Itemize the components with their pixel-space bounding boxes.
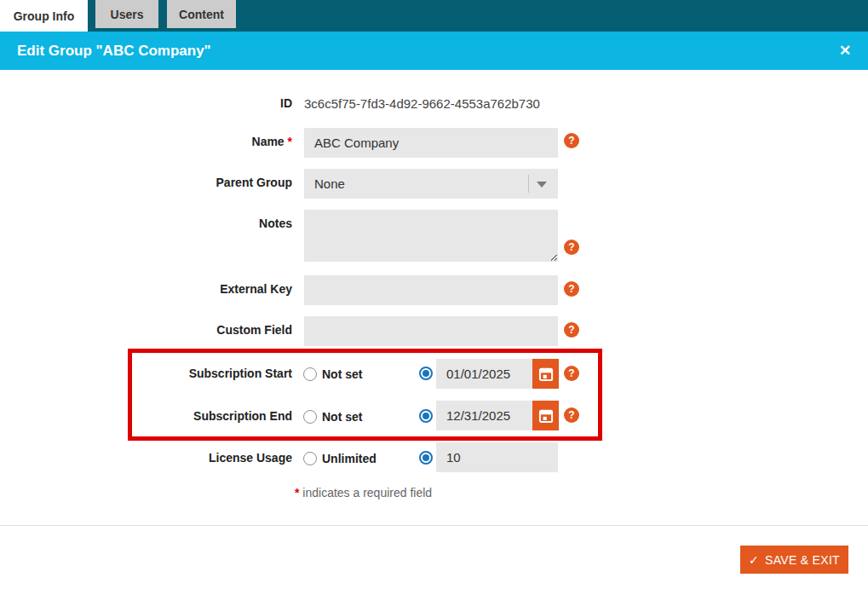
save-exit-label: SAVE & EXIT — [765, 553, 840, 567]
external-key-help-icon[interactable]: ? — [564, 281, 579, 297]
subscription-start-help-icon[interactable]: ? — [564, 366, 579, 381]
calendar-icon — [537, 366, 555, 383]
id-label: ID — [0, 96, 292, 110]
external-key-field[interactable] — [304, 275, 558, 305]
notes-field[interactable] — [304, 210, 558, 262]
required-field-note: * indicates a required field — [295, 486, 432, 499]
name-label: Name * — [0, 135, 292, 148]
custom-field-help-icon[interactable]: ? — [564, 322, 579, 338]
notes-help-icon[interactable]: ? — [564, 240, 579, 255]
subscription-end-notset-radio[interactable] — [303, 410, 317, 424]
custom-field-label: Custom Field — [0, 323, 292, 337]
calendar-icon — [537, 407, 555, 424]
save-exit-button[interactable]: ✓ SAVE & EXIT — [740, 546, 848, 574]
tab-group-info[interactable]: Group Info — [0, 0, 88, 32]
tab-users[interactable]: Users — [95, 0, 158, 28]
subscription-start-date-radio[interactable] — [419, 367, 433, 380]
required-asterisk: * — [288, 135, 292, 148]
license-usage-unlimited-radio[interactable] — [303, 452, 317, 465]
external-key-label: External Key — [0, 282, 292, 296]
subscription-start-notset-radio[interactable] — [303, 367, 317, 381]
subscription-start-calendar-button[interactable] — [532, 359, 559, 389]
subscription-end-calendar-button[interactable] — [532, 401, 559, 430]
subscription-start-date-field[interactable] — [436, 359, 532, 389]
subscription-end-label: Subscription End — [0, 409, 292, 423]
close-icon[interactable]: ✕ — [832, 32, 858, 70]
id-value: 3c6c5f75-7fd3-4d92-9662-4553a762b730 — [304, 96, 540, 111]
parent-group-select[interactable]: None — [304, 169, 558, 199]
subscription-start-notset-label[interactable]: Not set — [322, 367, 362, 381]
parent-group-label: Parent Group — [0, 176, 292, 189]
custom-field-field[interactable] — [304, 316, 558, 346]
dropdown-separator — [528, 175, 529, 193]
license-usage-value-radio[interactable] — [419, 451, 433, 465]
dialog-header: Edit Group "ABC Company" ✕ — [0, 32, 868, 70]
check-icon: ✓ — [749, 553, 759, 567]
footer-divider — [0, 525, 868, 526]
notes-label: Notes — [0, 217, 292, 230]
license-usage-label: License Usage — [0, 451, 292, 465]
tab-content[interactable]: Content — [167, 0, 236, 28]
name-help-icon[interactable]: ? — [564, 133, 579, 148]
subscription-end-date-radio[interactable] — [419, 409, 433, 423]
subscription-end-help-icon[interactable]: ? — [564, 407, 579, 423]
subscription-start-label: Subscription Start — [0, 367, 292, 380]
parent-group-selected-value: None — [314, 169, 345, 199]
tab-bar: Group Info Users Content — [0, 0, 868, 32]
subscription-end-date-field[interactable] — [436, 401, 532, 430]
name-field[interactable] — [304, 128, 558, 158]
license-usage-value-field[interactable] — [436, 442, 558, 472]
subscription-end-notset-label[interactable]: Not set — [322, 410, 362, 424]
chevron-down-icon — [537, 182, 547, 188]
dialog-title: Edit Group "ABC Company" — [17, 43, 211, 60]
license-usage-unlimited-label[interactable]: Unlimited — [322, 452, 377, 465]
